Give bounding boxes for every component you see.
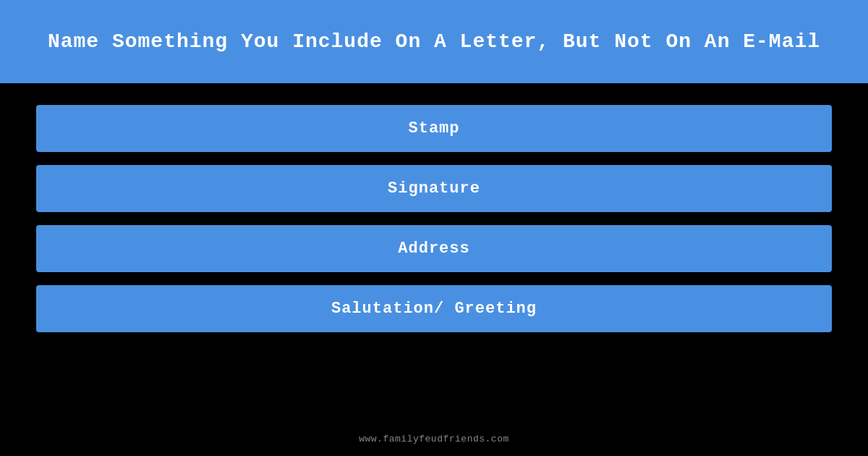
footer-url: www.familyfeudfriends.com xyxy=(359,434,509,444)
header-section: Name Something You Include On A Letter, … xyxy=(0,0,868,83)
answer-label-4: Salutation/ Greeting xyxy=(331,300,537,318)
answer-label-1: Stamp xyxy=(408,119,459,138)
answer-label-3: Address xyxy=(398,240,469,258)
question-title: Name Something You Include On A Letter, … xyxy=(48,30,820,53)
footer-section: www.familyfeudfriends.com xyxy=(0,425,868,456)
answers-container: StampSignatureAddressSalutation/ Greetin… xyxy=(0,83,868,425)
answer-row-2[interactable]: Signature xyxy=(36,165,832,212)
answer-row-4[interactable]: Salutation/ Greeting xyxy=(36,285,832,332)
answer-row-3[interactable]: Address xyxy=(36,225,832,272)
answer-label-2: Signature xyxy=(388,180,480,198)
answer-row-1[interactable]: Stamp xyxy=(36,105,832,152)
